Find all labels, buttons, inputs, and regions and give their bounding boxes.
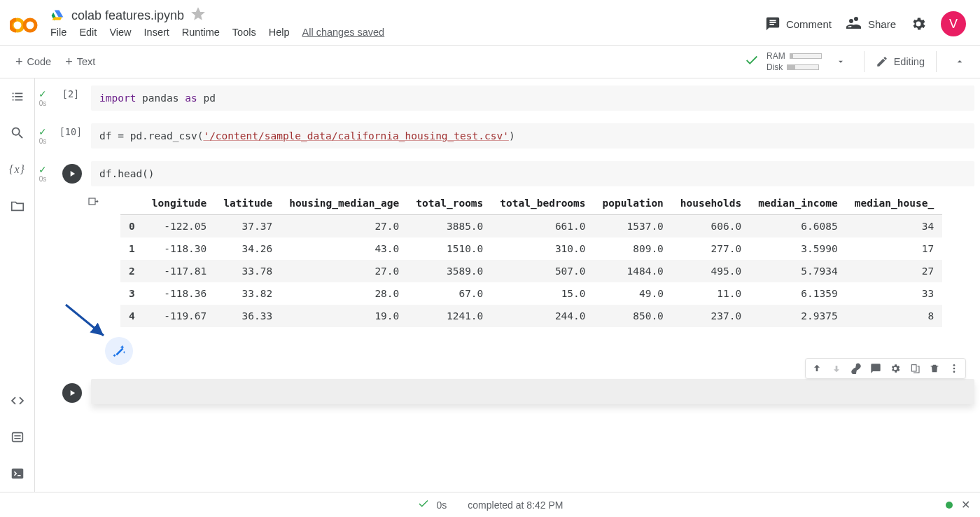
code-cell[interactable]: ✓0s [10] df = pd.read_csv('/content/samp… [35,120,980,151]
command-palette-button[interactable] [9,429,26,446]
plus-icon: + [15,57,23,67]
run-button-wrap [57,161,84,184]
divider [864,51,864,72]
cell-settings-button[interactable] [887,360,904,377]
terminal-icon [10,466,25,481]
ram-meter [790,53,822,59]
delete-cell-button[interactable] [926,360,943,377]
code-snippets-button[interactable] [9,392,26,409]
code-editor[interactable]: import pandas as pd [91,85,974,111]
editing-label: Editing [894,56,925,67]
avatar[interactable]: V [941,11,966,36]
mirror-icon [909,363,920,374]
menu-file[interactable]: File [50,27,66,38]
mode-indicator[interactable]: Editing [876,55,925,68]
collapse-button[interactable] [948,50,972,74]
arrow-down-icon [831,363,842,374]
run-cell-button[interactable] [62,164,82,184]
search-icon [10,125,25,141]
menu-help[interactable]: Help [269,27,290,38]
ram-label: RAM [766,51,785,61]
kernel-status-icon [946,502,953,509]
chevron-up-icon [954,56,965,67]
code-editor[interactable]: df.head() [91,161,974,186]
dataframe-output[interactable]: longitudelatitudehousing_median_agetotal… [106,192,974,327]
svg-rect-4 [89,198,95,205]
files-button[interactable] [9,198,26,214]
status-message: completed at 8:42 PM [468,499,563,511]
resources-indicator[interactable]: RAM Disk [766,51,822,72]
comment-cell-button[interactable] [867,360,884,377]
plus-icon: + [65,57,73,67]
menu-view[interactable]: View [109,27,131,38]
move-down-button[interactable] [828,360,845,377]
code-cell[interactable]: ✓0s [2] import pandas as pd [35,83,980,113]
table-row: 4-119.6736.3319.01241.0244.0850.0237.02.… [120,305,942,327]
share-icon [846,15,862,32]
table-header: housing_median_age [281,192,407,215]
menu-runtime[interactable]: Runtime [182,27,220,38]
success-check-icon: ✓ [38,164,47,175]
statusbar: 0s completed at 8:42 PM ✕ [0,492,980,517]
chevron-down-icon [836,57,846,67]
more-vert-icon [948,363,960,374]
link-icon [850,363,862,374]
cell-toolbar [805,358,966,379]
clear-output-button[interactable] [87,196,99,209]
menu-edit[interactable]: Edit [79,27,97,38]
svg-rect-2 [12,433,22,442]
notebook-title[interactable]: colab features.ipynb [71,8,184,23]
code-editor[interactable]: df = pd.read_csv('/content/sample_data/c… [91,123,974,149]
toc-icon [10,89,25,104]
add-text-button[interactable]: +Text [58,52,102,71]
gear-icon [890,363,901,374]
move-up-button[interactable] [808,360,825,377]
disk-label: Disk [766,62,783,72]
code-cell[interactable]: ✓0s df.head() [35,158,980,189]
add-code-button[interactable]: +Code [8,52,58,71]
more-button[interactable] [946,360,962,377]
cell-status: ✓0s [35,161,50,183]
trash-icon [929,363,940,374]
svg-point-9 [953,371,955,373]
terminal-button[interactable] [9,465,26,482]
search-button[interactable] [9,125,26,142]
run-cell-button[interactable] [62,383,82,403]
svg-rect-6 [911,365,916,371]
table-header: median_house_ [846,192,943,215]
table-header: households [672,192,750,215]
pencil-icon [876,55,888,68]
exec-time: 0s [39,175,47,183]
mirror-cell-button[interactable] [906,360,923,377]
folder-icon [10,198,25,214]
menubar: File Edit View Insert Runtime Tools Help… [50,24,765,45]
svg-rect-3 [11,469,23,479]
variables-button[interactable]: {x} [9,161,26,178]
comment-button[interactable]: Comment [765,16,832,32]
toc-button[interactable] [9,88,26,105]
connected-check-icon [744,53,760,71]
code-editor[interactable] [91,379,974,404]
close-statusbar-button[interactable]: ✕ [961,498,970,511]
svg-point-8 [953,368,955,370]
resources-menu-button[interactable] [829,50,853,74]
table-header: latitude [215,192,281,215]
divider [936,51,937,72]
add-text-label: Text [77,56,96,67]
clear-output-icon [87,196,99,209]
code-cell[interactable] [35,379,980,404]
disk-meter [787,64,819,70]
share-button[interactable]: Share [846,15,896,32]
drive-icon [50,8,64,22]
cell-status: ✓0s [35,85,50,107]
settings-button[interactable] [910,15,927,32]
comment-icon [870,363,881,374]
menu-insert[interactable]: Insert [144,27,169,38]
link-button[interactable] [848,360,864,377]
execution-count: [2] [57,85,84,99]
table-header: total_bedrooms [491,192,594,215]
star-icon[interactable] [191,7,205,24]
menu-tools[interactable]: Tools [232,27,256,38]
table-header: population [594,192,672,215]
svg-point-7 [953,364,955,366]
